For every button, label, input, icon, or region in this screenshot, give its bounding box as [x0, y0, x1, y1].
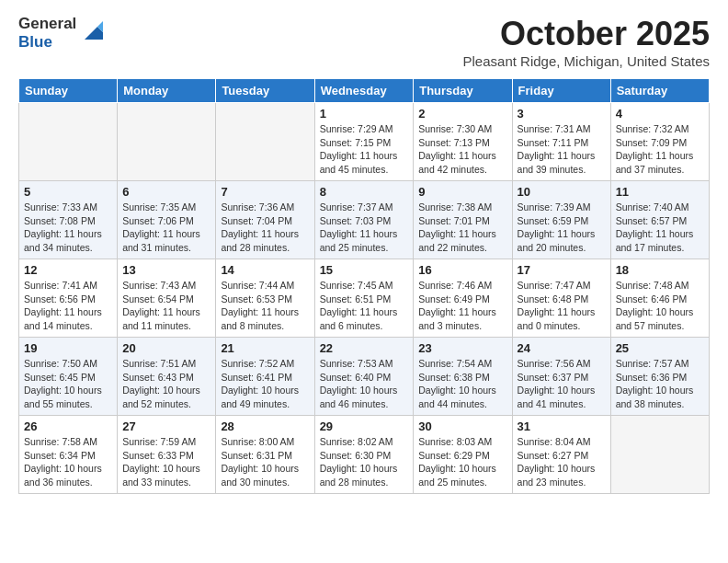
table-row: 2Sunrise: 7:30 AMSunset: 7:13 PMDaylight… [414, 103, 512, 181]
day-info: Sunrise: 7:37 AMSunset: 7:03 PMDaylight:… [320, 201, 409, 255]
day-info: Sunrise: 8:02 AMSunset: 6:30 PMDaylight:… [320, 435, 409, 489]
table-row: 5Sunrise: 7:33 AMSunset: 7:08 PMDaylight… [19, 181, 118, 259]
table-row: 19Sunrise: 7:50 AMSunset: 6:45 PMDayligh… [19, 338, 118, 416]
day-info: Sunrise: 7:48 AMSunset: 6:46 PMDaylight:… [616, 279, 704, 333]
table-row: 11Sunrise: 7:40 AMSunset: 6:57 PMDayligh… [610, 181, 709, 259]
day-number: 6 [122, 185, 210, 199]
table-row: 10Sunrise: 7:39 AMSunset: 6:59 PMDayligh… [512, 181, 610, 259]
table-row: 9Sunrise: 7:38 AMSunset: 7:01 PMDaylight… [414, 181, 512, 259]
table-row: 24Sunrise: 7:56 AMSunset: 6:37 PMDayligh… [512, 338, 610, 416]
logo: General Blue [18, 15, 107, 51]
table-row: 30Sunrise: 8:03 AMSunset: 6:29 PMDayligh… [414, 416, 512, 494]
table-row: 13Sunrise: 7:43 AMSunset: 6:54 PMDayligh… [118, 259, 216, 338]
day-info: Sunrise: 7:58 AMSunset: 6:34 PMDaylight:… [24, 435, 112, 489]
col-monday: Monday [118, 79, 216, 103]
page-header: General Blue October 2025 Pleasant Ridge… [18, 15, 710, 69]
day-info: Sunrise: 7:51 AMSunset: 6:43 PMDaylight:… [122, 357, 210, 411]
day-number: 29 [320, 419, 409, 433]
logo-blue: Blue [18, 33, 52, 51]
table-row: 27Sunrise: 7:59 AMSunset: 6:33 PMDayligh… [118, 416, 216, 494]
day-number: 10 [518, 185, 606, 199]
table-row: 31Sunrise: 8:04 AMSunset: 6:27 PMDayligh… [512, 416, 610, 494]
day-number: 20 [122, 341, 210, 355]
day-info: Sunrise: 7:31 AMSunset: 7:11 PMDaylight:… [518, 122, 606, 177]
table-row: 8Sunrise: 7:37 AMSunset: 7:03 PMDaylight… [314, 181, 414, 259]
day-number: 18 [616, 263, 704, 277]
day-number: 19 [24, 341, 112, 355]
day-info: Sunrise: 7:54 AMSunset: 6:38 PMDaylight:… [418, 357, 506, 411]
day-info: Sunrise: 7:45 AMSunset: 6:51 PMDaylight:… [320, 279, 409, 333]
calendar-week-row: 5Sunrise: 7:33 AMSunset: 7:08 PMDaylight… [19, 181, 710, 259]
day-info: Sunrise: 7:30 AMSunset: 7:13 PMDaylight:… [418, 122, 506, 177]
day-info: Sunrise: 7:50 AMSunset: 6:45 PMDaylight:… [24, 357, 112, 411]
month-title: October 2025 [463, 15, 710, 53]
table-row [216, 103, 314, 181]
day-number: 27 [122, 419, 210, 433]
day-info: Sunrise: 7:36 AMSunset: 7:04 PMDaylight:… [221, 201, 309, 255]
day-number: 14 [221, 263, 309, 277]
table-row: 15Sunrise: 7:45 AMSunset: 6:51 PMDayligh… [314, 259, 414, 338]
day-number: 13 [122, 263, 210, 277]
day-info: Sunrise: 7:59 AMSunset: 6:33 PMDaylight:… [122, 435, 210, 489]
day-number: 15 [320, 263, 409, 277]
day-info: Sunrise: 7:44 AMSunset: 6:53 PMDaylight:… [221, 279, 309, 333]
day-number: 9 [418, 185, 506, 199]
day-info: Sunrise: 7:57 AMSunset: 6:36 PMDaylight:… [616, 357, 704, 411]
calendar-week-row: 26Sunrise: 7:58 AMSunset: 6:34 PMDayligh… [19, 416, 710, 494]
day-info: Sunrise: 8:03 AMSunset: 6:29 PMDaylight:… [418, 435, 506, 489]
day-number: 25 [616, 341, 704, 355]
day-info: Sunrise: 8:04 AMSunset: 6:27 PMDaylight:… [518, 435, 606, 489]
day-number: 22 [320, 341, 409, 355]
logo-icon [79, 17, 107, 49]
day-number: 7 [221, 185, 309, 199]
table-row: 23Sunrise: 7:54 AMSunset: 6:38 PMDayligh… [414, 338, 512, 416]
col-thursday: Thursday [414, 79, 512, 103]
day-info: Sunrise: 7:43 AMSunset: 6:54 PMDaylight:… [122, 279, 210, 333]
table-row: 3Sunrise: 7:31 AMSunset: 7:11 PMDaylight… [512, 103, 610, 181]
day-info: Sunrise: 8:00 AMSunset: 6:31 PMDaylight:… [221, 435, 309, 489]
table-row: 12Sunrise: 7:41 AMSunset: 6:56 PMDayligh… [19, 259, 118, 338]
table-row: 16Sunrise: 7:46 AMSunset: 6:49 PMDayligh… [414, 259, 512, 338]
day-number: 28 [221, 419, 309, 433]
table-row: 7Sunrise: 7:36 AMSunset: 7:04 PMDaylight… [216, 181, 314, 259]
col-sunday: Sunday [19, 79, 118, 103]
calendar-week-row: 1Sunrise: 7:29 AMSunset: 7:15 PMDaylight… [19, 103, 710, 181]
table-row: 29Sunrise: 8:02 AMSunset: 6:30 PMDayligh… [314, 416, 414, 494]
table-row: 14Sunrise: 7:44 AMSunset: 6:53 PMDayligh… [216, 259, 314, 338]
day-number: 21 [221, 341, 309, 355]
day-number: 8 [320, 185, 409, 199]
col-wednesday: Wednesday [314, 79, 414, 103]
calendar-header-row: Sunday Monday Tuesday Wednesday Thursday… [19, 79, 710, 103]
day-number: 11 [616, 185, 704, 199]
day-info: Sunrise: 7:47 AMSunset: 6:48 PMDaylight:… [518, 279, 606, 333]
day-number: 17 [518, 263, 606, 277]
day-number: 31 [518, 419, 606, 433]
day-number: 1 [320, 107, 409, 121]
day-info: Sunrise: 7:40 AMSunset: 6:57 PMDaylight:… [616, 201, 704, 255]
day-number: 2 [418, 107, 506, 121]
calendar-week-row: 12Sunrise: 7:41 AMSunset: 6:56 PMDayligh… [19, 259, 710, 338]
day-number: 23 [418, 341, 506, 355]
day-info: Sunrise: 7:33 AMSunset: 7:08 PMDaylight:… [24, 201, 112, 255]
day-info: Sunrise: 7:56 AMSunset: 6:37 PMDaylight:… [518, 357, 606, 411]
day-number: 16 [418, 263, 506, 277]
location: Pleasant Ridge, Michigan, United States [463, 53, 710, 69]
day-info: Sunrise: 7:29 AMSunset: 7:15 PMDaylight:… [320, 122, 409, 177]
table-row [610, 416, 709, 494]
day-info: Sunrise: 7:41 AMSunset: 6:56 PMDaylight:… [24, 279, 112, 333]
table-row: 22Sunrise: 7:53 AMSunset: 6:40 PMDayligh… [314, 338, 414, 416]
col-friday: Friday [512, 79, 610, 103]
day-number: 4 [616, 107, 704, 121]
table-row: 1Sunrise: 7:29 AMSunset: 7:15 PMDaylight… [314, 103, 414, 181]
table-row: 18Sunrise: 7:48 AMSunset: 6:46 PMDayligh… [610, 259, 709, 338]
calendar-table: Sunday Monday Tuesday Wednesday Thursday… [18, 78, 710, 494]
day-info: Sunrise: 7:39 AMSunset: 6:59 PMDaylight:… [518, 201, 606, 255]
col-tuesday: Tuesday [216, 79, 314, 103]
table-row: 4Sunrise: 7:32 AMSunset: 7:09 PMDaylight… [610, 103, 709, 181]
day-info: Sunrise: 7:52 AMSunset: 6:41 PMDaylight:… [221, 357, 309, 411]
table-row [19, 103, 118, 181]
calendar-week-row: 19Sunrise: 7:50 AMSunset: 6:45 PMDayligh… [19, 338, 710, 416]
day-number: 30 [418, 419, 506, 433]
table-row: 26Sunrise: 7:58 AMSunset: 6:34 PMDayligh… [19, 416, 118, 494]
table-row: 25Sunrise: 7:57 AMSunset: 6:36 PMDayligh… [610, 338, 709, 416]
